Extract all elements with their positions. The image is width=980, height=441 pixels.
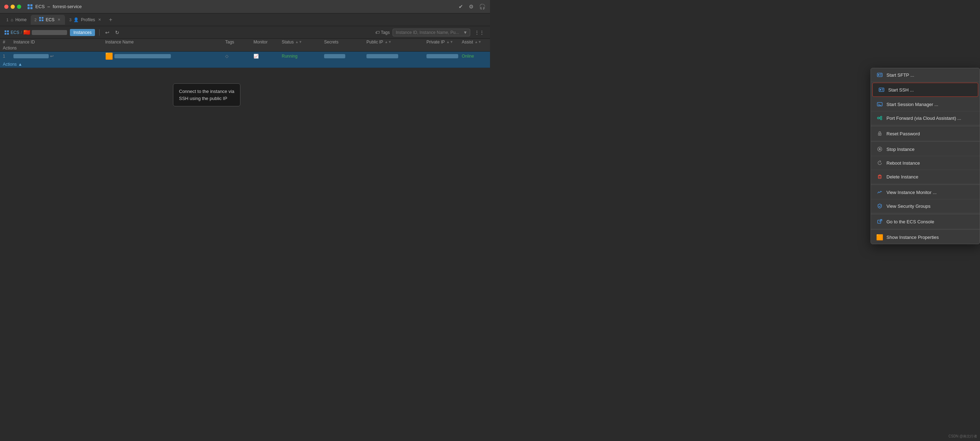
svg-rect-1 — [30, 4, 32, 6]
titlebar: ECS – forrest-service ✔ ⚙ 🎧 — [0, 0, 490, 13]
tab-num: 3 — [69, 18, 71, 22]
tab-close-profiles[interactable]: ✕ — [97, 17, 102, 22]
cell-instance-id: ↩ — [13, 54, 105, 59]
app-title: ECS – forrest-service — [35, 4, 82, 9]
col-secrets: Secrets — [324, 40, 366, 45]
status-badge: Running — [282, 54, 298, 59]
headset-icon[interactable]: 🎧 — [479, 3, 486, 10]
col-instance-id: Instance ID — [13, 40, 105, 45]
col-monitor: Monitor — [253, 40, 282, 45]
maximize-button[interactable] — [17, 5, 21, 9]
cell-instance-name: 🟧 — [105, 52, 225, 60]
cell-actions: Actions ▲ — [3, 62, 13, 67]
svg-rect-9 — [7, 30, 9, 32]
col-private-ip: Private IP ▲▼ — [426, 40, 462, 45]
toolbar-divider — [99, 29, 100, 36]
filter-icon: ▼ — [463, 30, 468, 35]
columns-icon[interactable]: ⋮⋮ — [473, 29, 486, 36]
svg-rect-3 — [30, 7, 32, 9]
actions-label: Actions — [3, 62, 17, 67]
svg-rect-11 — [7, 33, 9, 35]
tags-label: Tags — [381, 30, 390, 35]
toolbar-right: 🏷 Tags ▼ ⋮⋮ — [375, 29, 486, 37]
breadcrumb-separator: / — [21, 30, 22, 35]
cell-assist: Online — [462, 54, 490, 59]
ecs-icon — [39, 17, 44, 22]
public-ip-value — [366, 54, 398, 58]
ssh-tooltip: Connect to the instance via SSH using th… — [173, 83, 240, 106]
new-tab-button[interactable]: + — [106, 16, 115, 24]
tab-home[interactable]: 1 ⌂ Home — [3, 15, 30, 25]
col-assist: Assist ▲▼ — [462, 40, 490, 45]
back-button[interactable]: ↩ — [104, 29, 111, 36]
tab-num: 1 — [6, 18, 8, 22]
breadcrumb-ecs[interactable]: ECS — [11, 30, 19, 35]
col-actions: Actions — [3, 46, 13, 51]
ecs-breadcrumb-icon — [4, 30, 9, 35]
cell-public-ip — [366, 54, 426, 58]
check-icon[interactable]: ✔ — [458, 3, 463, 10]
tab-num: 2 — [34, 18, 37, 22]
actions-caret-icon: ▲ — [18, 62, 22, 67]
svg-rect-6 — [39, 19, 41, 21]
breadcrumb: ECS / 🇨🇳 — [4, 29, 67, 36]
table-header: # Instance ID Instance Name Tags Monitor… — [0, 39, 490, 51]
reboot-icon[interactable]: ↩ — [50, 54, 54, 59]
svg-rect-10 — [5, 33, 6, 35]
svg-rect-5 — [41, 17, 43, 19]
cell-private-ip — [426, 54, 462, 58]
col-instance-name: Instance Name — [105, 40, 225, 45]
titlebar-actions: ✔ ⚙ 🎧 — [458, 3, 486, 10]
breadcrumb-region — [32, 30, 67, 35]
tab-label: Profiles — [81, 17, 95, 22]
tag-diamond-icon: ◇ — [225, 54, 228, 59]
svg-rect-0 — [27, 4, 30, 6]
gear-icon[interactable]: ⚙ — [469, 3, 473, 10]
tab-close-ecs[interactable]: ✕ — [56, 17, 61, 22]
app-icon — [27, 3, 33, 10]
tag-icon: 🏷 — [375, 30, 380, 35]
instance-name-value — [115, 54, 171, 58]
tooltip-line2: SSH using the public IP — [179, 95, 234, 102]
cell-monitor[interactable]: 📈 — [253, 54, 282, 59]
secrets-value — [324, 54, 345, 58]
minimize-button[interactable] — [11, 5, 15, 9]
tabbar: 1 ⌂ Home 2 ECS ✕ 3 👤 Profiles ✕ + — [0, 13, 490, 26]
instances-button[interactable]: Instances — [70, 29, 95, 36]
svg-rect-2 — [27, 7, 30, 9]
cell-num: 1 — [3, 54, 13, 59]
cell-secrets — [324, 54, 366, 58]
instance-id-value — [13, 54, 49, 58]
assist-status: Online — [462, 54, 474, 59]
home-icon: ⌂ — [11, 17, 13, 22]
actions-button[interactable]: Actions ▲ — [3, 62, 22, 67]
table-row: 1 ↩ 🟧 ◇ 📈 Running Online — [0, 51, 490, 68]
monitor-chart-icon: 📈 — [253, 54, 259, 59]
close-button[interactable] — [4, 5, 8, 9]
tab-label: ECS — [46, 17, 55, 22]
tab-ecs[interactable]: 2 ECS ✕ — [31, 15, 65, 25]
profile-icon: 👤 — [73, 17, 79, 22]
search-wrapper: ▼ — [393, 29, 470, 37]
svg-rect-4 — [39, 17, 41, 19]
tags-button[interactable]: 🏷 Tags — [375, 30, 390, 35]
col-public-ip: Public IP ▲▼ — [366, 40, 426, 45]
instance-cube-icon: 🟧 — [105, 52, 113, 60]
china-flag: 🇨🇳 — [23, 29, 30, 36]
svg-rect-8 — [5, 30, 6, 32]
col-tags: Tags — [225, 40, 253, 45]
tab-profiles[interactable]: 3 👤 Profiles ✕ — [66, 15, 105, 25]
col-num: # — [3, 40, 13, 45]
toolbar: ECS / 🇨🇳 Instances ↩ ↻ 🏷 Tags ▼ ⋮⋮ — [0, 26, 490, 39]
refresh-button[interactable]: ↻ — [114, 29, 121, 36]
traffic-lights — [4, 5, 21, 9]
tooltip-line1: Connect to the instance via — [179, 88, 234, 95]
tab-label: Home — [15, 17, 27, 22]
col-status: Status ▲▼ — [282, 40, 324, 45]
private-ip-value — [426, 54, 458, 58]
search-input[interactable] — [393, 29, 470, 37]
instance-table: # Instance ID Instance Name Tags Monitor… — [0, 39, 490, 68]
cell-status: Running — [282, 54, 324, 59]
svg-rect-7 — [41, 19, 43, 21]
cell-tags[interactable]: ◇ — [225, 54, 253, 59]
